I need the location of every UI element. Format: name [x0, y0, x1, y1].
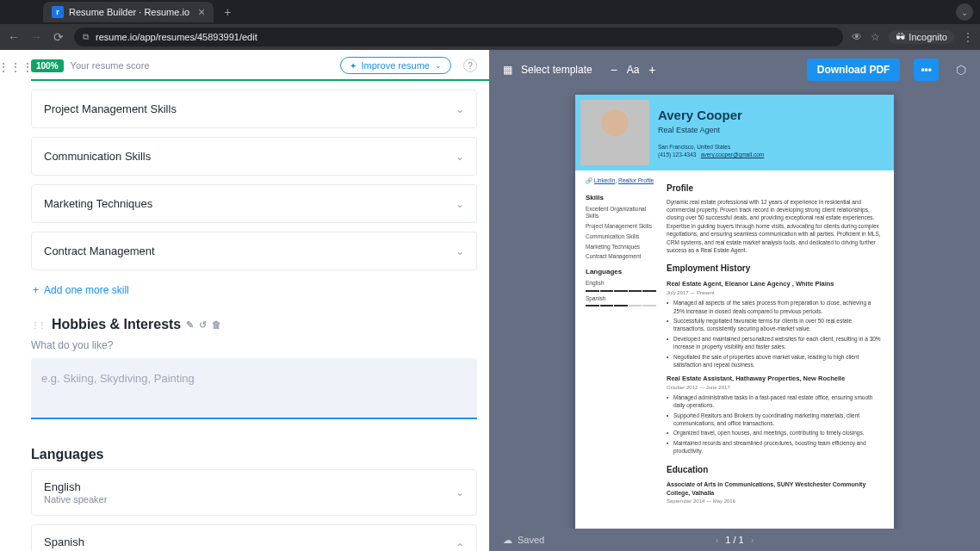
zoom-in-button[interactable]: + — [646, 63, 658, 77]
skill-item[interactable]: Communication Skills⌄ — [31, 137, 477, 176]
edit-icon[interactable]: ✎ — [186, 319, 194, 331]
zoom-out-button[interactable]: − — [608, 63, 620, 77]
download-pdf-button[interactable]: Download PDF — [807, 59, 901, 81]
site-info-icon[interactable]: ⧉ — [83, 32, 89, 42]
drag-handle-icon[interactable]: ⋮⋮ — [31, 320, 45, 330]
saved-status: ☁ Saved — [503, 535, 544, 546]
hobbies-hint: What do you like? — [31, 339, 477, 351]
resume-name: Avery Cooper — [658, 107, 764, 124]
hobbies-input[interactable] — [31, 358, 477, 419]
skill-item[interactable]: Contract Management⌄ — [31, 232, 477, 270]
sparkle-icon: ✦ — [350, 61, 357, 71]
prev-page-button[interactable]: ‹ — [716, 535, 719, 545]
plus-icon: + — [33, 284, 39, 296]
settings-hex-icon[interactable]: ⬡ — [956, 63, 966, 77]
score-badge: 100% — [31, 59, 64, 72]
skill-item[interactable]: Marketing Techniques⌄ — [31, 184, 477, 223]
chevron-down-icon: ⌄ — [456, 245, 464, 257]
score-label: Your resume score — [71, 60, 150, 71]
template-grid-icon[interactable]: ▦ — [503, 64, 512, 76]
improve-resume-button[interactable]: ✦ Improve resume ⌄ — [340, 57, 451, 74]
section-title: Hobbies & Interests — [52, 317, 181, 332]
language-item: Spanish Good working knowledge ⌃ Languag… — [31, 524, 477, 551]
reload-button[interactable]: ⟳ — [52, 30, 65, 44]
help-icon[interactable]: ? — [463, 59, 477, 72]
close-tab-icon[interactable]: × — [198, 5, 205, 19]
back-button[interactable]: ← — [7, 30, 21, 44]
new-tab-button[interactable]: + — [219, 5, 236, 19]
address-bar[interactable]: ⧉ resume.io/app/resumes/45893991/edit — [74, 28, 843, 46]
language-item: English Native speaker ⌄ — [31, 469, 477, 516]
skill-item[interactable]: Project Management Skills⌄ — [31, 90, 477, 128]
next-page-button[interactable]: › — [751, 535, 754, 545]
section-title: Languages — [31, 447, 103, 462]
resume-page: Avery Cooper Real Estate Agent San Franc… — [575, 95, 894, 551]
chevron-up-icon: ⌃ — [456, 542, 464, 551]
resume-title: Real Estate Agent — [658, 125, 764, 135]
language-toggle[interactable]: English Native speaker ⌄ — [44, 480, 464, 505]
favicon: r — [52, 6, 64, 18]
chevron-down-icon: ⌄ — [435, 61, 442, 70]
undo-icon[interactable]: ↺ — [199, 319, 207, 331]
eye-off-icon[interactable]: 👁 — [852, 31, 862, 43]
url-text: resume.io/app/resumes/45893991/edit — [96, 32, 257, 42]
browser-tab[interactable]: r Resume Builder · Resume.io × — [43, 2, 214, 22]
bookmark-icon[interactable]: ☆ — [871, 31, 880, 43]
link-icon: 🔗 — [586, 177, 592, 183]
tab-title: Resume Builder · Resume.io — [69, 7, 189, 17]
tabs-overflow-button[interactable]: ⌄ — [956, 3, 973, 21]
chevron-down-icon: ⌄ — [456, 486, 464, 498]
incognito-icon: 🕶 — [896, 32, 905, 42]
cloud-check-icon: ☁ — [503, 535, 512, 546]
browser-menu-button[interactable]: ⋮ — [963, 31, 973, 43]
chevron-down-icon: ⌄ — [456, 103, 464, 115]
delete-icon[interactable]: 🗑 — [212, 319, 221, 331]
chevron-down-icon: ⌄ — [456, 198, 464, 210]
apps-grid-icon[interactable]: ⋮⋮⋮ — [0, 50, 31, 551]
add-skill-link[interactable]: +Add one more skill — [31, 279, 477, 312]
font-size-icon: Aa — [627, 64, 640, 76]
select-template-button[interactable]: Select template — [521, 64, 592, 76]
forward-button[interactable]: → — [29, 30, 43, 44]
more-actions-button[interactable]: ••• — [914, 59, 939, 81]
incognito-badge: 🕶 Incognito — [889, 30, 954, 44]
page-indicator: 1 / 1 — [725, 535, 743, 545]
chevron-down-icon: ⌄ — [456, 151, 464, 163]
language-toggle[interactable]: Spanish Good working knowledge ⌃ — [44, 536, 464, 551]
avatar — [580, 100, 649, 165]
